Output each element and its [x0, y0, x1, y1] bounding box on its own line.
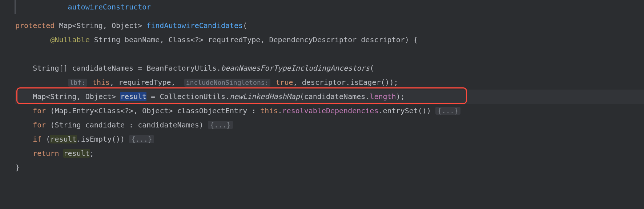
static-method: newLinkedHashMap [230, 92, 300, 101]
code-editor[interactable]: autowireConstructor protected Map<String… [0, 0, 644, 175]
doc-link[interactable]: autowireConstructor [68, 3, 151, 11]
code-line[interactable]: for (String candidate : candidateNames) … [15, 118, 644, 132]
code-line[interactable]: autowireConstructor [15, 0, 644, 14]
code-fold[interactable]: {...} [208, 121, 233, 129]
annotation: @Nullable [50, 35, 89, 44]
code-line[interactable]: return result; [15, 146, 644, 161]
param-hint: includeNonSingletons: [184, 79, 271, 87]
blank-line [15, 14, 644, 19]
method-name: findAutowireCandidates [146, 21, 243, 30]
usage-highlight: result [50, 135, 76, 143]
code-fold[interactable]: {...} [129, 135, 154, 143]
param-hint: lbf: [68, 79, 87, 87]
code-line[interactable]: @Nullable String beanName, Class<?> requ… [15, 33, 644, 47]
usage-highlight: result [63, 149, 89, 158]
field-ref: resolvableDependencies [282, 106, 379, 115]
code-line[interactable]: lbf: this, requiredType, includeNonSingl… [15, 75, 644, 90]
code-line[interactable]: String[] candidateNames = BeanFactoryUti… [15, 61, 644, 75]
blank-line [15, 47, 644, 61]
code-line[interactable]: if (result.isEmpty()) {...} [15, 132, 644, 146]
code-fold[interactable]: {...} [435, 107, 460, 115]
keyword: protected [15, 21, 55, 30]
static-method: beanNamesForTypeIncludingAncestors [221, 64, 370, 72]
code-line[interactable]: for (Map.Entry<Class<?>, Object> classOb… [15, 104, 644, 118]
highlighted-line[interactable]: Map<String, Object> result = CollectionU… [15, 90, 644, 104]
code-line[interactable]: } [15, 161, 644, 175]
code-line[interactable]: protected Map<String, Object> findAutowi… [15, 19, 644, 33]
field-ref: length [370, 92, 396, 101]
selected-identifier: result [120, 92, 146, 101]
